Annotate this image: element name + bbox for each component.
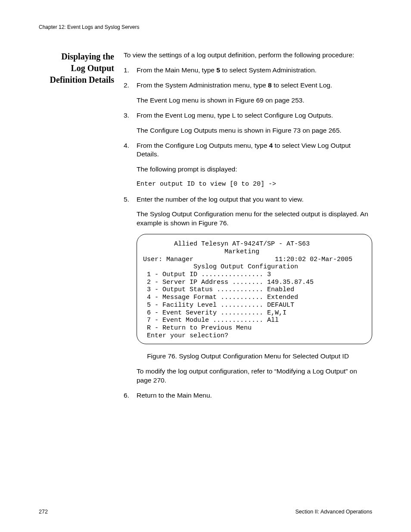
side-heading: Displaying the Log Output Definition Det… [39,51,114,406]
figure-caption: Figure 76. Syslog Output Configuration M… [124,352,372,361]
step-body: From the System Administration menu, typ… [137,81,372,105]
terminal-line: 4 - Message Format ........... Extended [143,294,366,302]
step-body: From the Configure Log Outputs menu, typ… [137,141,372,189]
text-run: to select System Administration. [220,66,317,74]
step: 4. From the Configure Log Outputs menu, … [124,141,372,189]
step-number: 3. [124,111,129,120]
terminal-line: 7 - Event Module ............. All [143,317,366,324]
step: 2. From the System Administration menu, … [124,81,372,105]
content-row: Displaying the Log Output Definition Det… [39,51,372,406]
terminal-line: Enter your selection? [143,332,366,340]
terminal-line: R - Return to Previous Menu [143,324,366,332]
terminal-screenshot: Allied Telesyn AT-9424T/SP - AT-S63 Mark… [137,234,372,344]
code-prompt: Enter output ID to view [0 to 20] -> [137,180,372,189]
bold-key: 5 [216,66,220,74]
terminal-line: 5 - Facility Level ........... DEFAULT [143,302,366,309]
step: 6. Return to the Main Menu. [124,391,372,400]
step-number: 2. [124,81,129,90]
step-paragraph: Return to the Main Menu. [137,391,372,400]
step: 3. From the Event Log menu, type L to se… [124,111,372,135]
side-heading-line: Log Output [39,62,114,74]
terminal-line: 3 - Output Status ............ Enabled [143,286,366,294]
bold-key: 8 [268,81,272,89]
chapter-header: Chapter 12: Event Logs and Syslog Server… [39,24,372,30]
step-subparagraph: The Event Log menu is shown in Figure 69… [137,96,372,105]
terminal-line: User: Manager 11:20:02 02-Mar-2005 [143,256,366,264]
step-subparagraph: To modify the log output configuration, … [137,367,372,385]
step-number: 5. [124,195,129,204]
step-subparagraph: The Configure Log Outputs menu is shown … [137,126,372,135]
terminal-line: 2 - Server IP Address ........ 149.35.87… [143,279,366,286]
step-body: To modify the log output configuration, … [137,367,372,385]
text-run: From the System Administration menu, typ… [137,81,268,89]
text-run: From the Configure Log Outputs menu, typ… [137,142,269,149]
step-paragraph: From the Event Log menu, type L to selec… [137,111,372,120]
terminal-line: Allied Telesyn AT-9424T/SP - AT-S63 [143,240,366,248]
side-heading-line: Displaying the [39,51,114,62]
step-number: 4. [124,141,129,150]
main-column: To view the settings of a log output def… [124,51,372,406]
step-subparagraph: The following prompt is displayed: [137,165,372,174]
text-run: From the Main Menu, type [137,66,216,74]
terminal-line: Syslog Output Configuration [143,263,366,271]
step-body: Return to the Main Menu. [137,391,372,400]
page-number: 272 [39,509,48,515]
text-run: to select Event Log. [272,81,332,89]
step: 5. Enter the number of the log output th… [124,195,372,228]
step-number: 6. [124,391,129,400]
bold-key: 4 [269,142,273,149]
step-body: Enter the number of the log output that … [137,195,372,228]
step: 1. From the Main Menu, type 5 to select … [124,66,372,75]
step-number: 1. [124,66,129,75]
terminal-line: 6 - Event Severity ........... E,W,I [143,309,366,317]
step-subparagraph: The Syslog Output Configuration menu for… [137,210,372,228]
procedure-list: 1. From the Main Menu, type 5 to select … [124,66,372,228]
step-continuation: To modify the log output configuration, … [124,367,372,385]
document-page: Chapter 12: Event Logs and Syslog Server… [0,0,411,532]
terminal-line: Marketing [143,248,366,256]
intro-paragraph: To view the settings of a log output def… [124,51,372,60]
side-heading-line: Definition Details [39,74,114,86]
page-footer: 272 Section II: Advanced Operations [39,509,372,515]
section-label: Section II: Advanced Operations [295,509,372,515]
terminal-line: 1 - Output ID ................ 3 [143,271,366,279]
step-paragraph: Enter the number of the log output that … [137,195,372,204]
step-body: From the Event Log menu, type L to selec… [137,111,372,135]
procedure-list-continued: To modify the log output configuration, … [124,367,372,400]
step-body: From the Main Menu, type 5 to select Sys… [137,66,372,75]
